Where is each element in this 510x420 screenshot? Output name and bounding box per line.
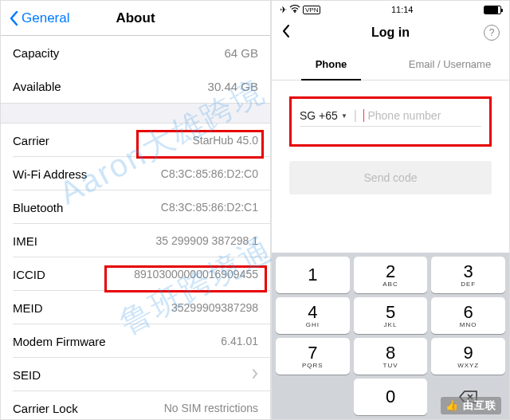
row-label: IMEI [13, 234, 37, 248]
table-row: Carrier LockNo SIM restrictions [1, 391, 270, 420]
row-label: MEID [13, 301, 43, 315]
login-panel: ✈ VPN 11:14 Log in ? Phone Email / Usern… [272, 1, 509, 419]
row-label: SEID [13, 368, 41, 382]
digit: 1 [308, 266, 317, 284]
digit-key-5[interactable]: 5JKL [354, 297, 428, 334]
svg-point-0 [294, 11, 296, 13]
back-label: General [22, 10, 69, 26]
corner-watermark: 👍 由互联 [441, 397, 501, 414]
row-label: Bluetooth [13, 201, 63, 214]
back-button[interactable]: General [9, 10, 69, 26]
text-cursor [363, 109, 365, 122]
digit-key-9[interactable]: 9WXYZ [431, 338, 505, 375]
chevron-left-icon [281, 23, 291, 39]
letters: WXYZ [457, 362, 479, 369]
digit-key-3[interactable]: 3DEF [431, 257, 505, 293]
separator: | [354, 108, 357, 123]
send-code-button[interactable]: Send code [289, 161, 492, 194]
row-label: Carrier Lock [13, 402, 78, 415]
digit: 3 [464, 263, 473, 281]
phone-input-row[interactable]: SG +65 ▼ | Phone number [300, 105, 481, 127]
digit: 9 [464, 344, 473, 362]
row-value: C8:3C:85:86:D2:C0 [161, 167, 258, 180]
row-available: Available 30.44 GB [1, 69, 270, 103]
letters: DEF [461, 281, 476, 288]
row-value: 35 299909 387298 1 [156, 234, 258, 247]
vpn-badge: VPN [303, 6, 320, 14]
letters: JKL [384, 321, 398, 328]
digit-key-1[interactable]: 1 [276, 257, 350, 293]
table-row: MEID35299909387298 [1, 291, 270, 324]
blank-key [276, 379, 350, 415]
status-left: ✈ VPN [280, 5, 320, 15]
digit: 0 [386, 388, 395, 406]
row-value: No SIM restrictions [164, 402, 258, 414]
row-label: Wi-Fi Address [13, 167, 87, 181]
phone-input-area: SG +65 ▼ | Phone number [272, 80, 509, 147]
letters: GHI [306, 321, 320, 328]
table-row: BluetoothC8:3C:85:86:D2:C1 [1, 190, 270, 224]
nav-header: General About [1, 1, 270, 36]
caret-down-icon: ▼ [341, 112, 347, 120]
battery-icon [484, 6, 501, 14]
letters: TUV [383, 362, 398, 369]
row-label: Modem Firmware [13, 335, 106, 348]
label: Available [13, 80, 61, 93]
numeric-keypad: 12ABC3DEF4GHI5JKL6MNO7PQRS8TUV9WXYZ0 [272, 253, 509, 419]
login-back-button[interactable] [281, 23, 291, 42]
row-value: 6.41.01 [221, 335, 258, 347]
letters: ABC [382, 281, 398, 288]
digit: 8 [386, 344, 395, 362]
digit: 4 [308, 304, 317, 321]
digit: 6 [464, 304, 473, 321]
airplane-icon: ✈ [280, 5, 287, 15]
tab-email[interactable]: Email / Username [390, 49, 509, 80]
wifi-icon [289, 5, 300, 14]
digit-key-7[interactable]: 7PQRS [276, 338, 350, 375]
phone-placeholder: Phone number [367, 109, 441, 122]
digit-key-8[interactable]: 8TUV [354, 338, 428, 375]
row-label: Carrier [13, 134, 49, 147]
table-row: ICCID89103000000016909455 [1, 257, 270, 291]
login-header: Log in ? [272, 17, 509, 49]
help-button[interactable]: ? [484, 25, 500, 41]
settings-about-panel: General About Capacity 64 GB Available 3… [1, 1, 272, 419]
phone-input-highlight: SG +65 ▼ | Phone number [289, 96, 492, 147]
row-value [247, 368, 258, 382]
status-bar: ✈ VPN 11:14 [272, 1, 509, 17]
chevron-left-icon [9, 10, 18, 26]
row-value: C8:3C:85:86:D2:C1 [161, 201, 258, 214]
tab-phone[interactable]: Phone [272, 49, 390, 80]
table-row: Modem Firmware6.41.01 [1, 324, 270, 358]
value: 30.44 GB [208, 80, 258, 93]
digit-key-0[interactable]: 0 [354, 379, 428, 415]
chevron-right-icon [252, 368, 258, 382]
digit-key-2[interactable]: 2ABC [354, 257, 428, 293]
value: 64 GB [224, 46, 258, 60]
login-tabs: Phone Email / Username [272, 49, 509, 80]
table-row[interactable]: SEID [1, 358, 270, 391]
letters: MNO [460, 321, 477, 328]
label: Capacity [13, 46, 59, 60]
digit-key-4[interactable]: 4GHI [276, 297, 350, 334]
login-title: Log in [371, 26, 410, 40]
row-capacity: Capacity 64 GB [1, 36, 270, 69]
country-code-selector[interactable]: SG +65 ▼ [300, 109, 347, 122]
table-row: IMEI35 299909 387298 1 [1, 224, 270, 257]
digit: 7 [308, 344, 317, 362]
table-row: Wi-Fi AddressC8:3C:85:86:D2:C0 [1, 157, 270, 190]
digit: 5 [386, 304, 395, 321]
status-time: 11:14 [391, 5, 414, 14]
digit: 2 [386, 263, 395, 281]
info-table: CarrierStarHub 45.0Wi-Fi AddressC8:3C:85… [1, 124, 270, 420]
row-label: ICCID [13, 268, 45, 281]
row-value: 89103000000016909455 [134, 268, 258, 281]
digit-key-6[interactable]: 6MNO [431, 297, 505, 334]
letters: PQRS [302, 362, 324, 369]
row-value: StarHub 45.0 [193, 134, 259, 147]
country-code: SG +65 [300, 109, 338, 122]
status-right [484, 6, 501, 14]
table-row: CarrierStarHub 45.0 [1, 124, 270, 157]
section-gap [1, 103, 270, 124]
row-value: 35299909387298 [171, 301, 258, 314]
